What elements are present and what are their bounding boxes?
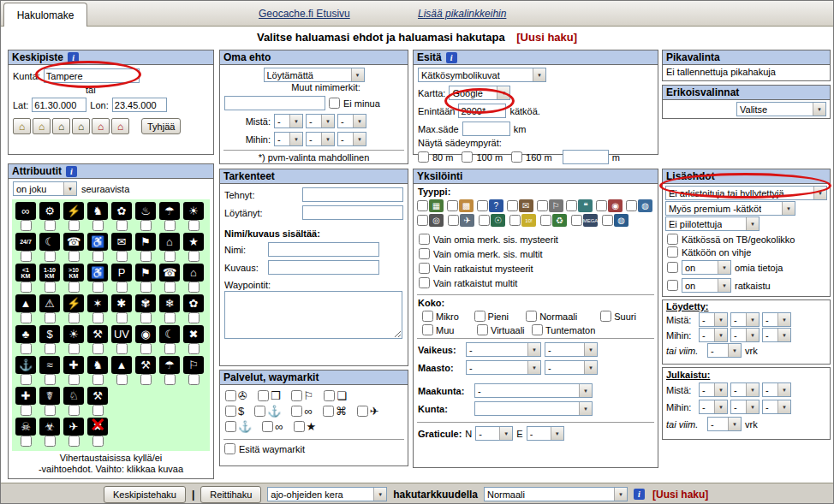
terrain-select-1[interactable]: - (466, 360, 541, 375)
size-checkbox[interactable] (422, 324, 433, 335)
date-part-select[interactable]: - (730, 382, 760, 397)
attribute-mode-select[interactable]: on joku (13, 181, 77, 196)
attribute-checkbox[interactable] (140, 251, 152, 262)
date-part-select[interactable]: - (274, 114, 303, 128)
new-search-link-bottom[interactable]: [Uusi haku] (652, 489, 708, 501)
attribute-checkbox[interactable] (188, 282, 200, 293)
attribute-checkbox[interactable] (164, 282, 176, 293)
loytanyt-input[interactable] (302, 205, 403, 220)
attribute-checkbox[interactable] (188, 343, 200, 354)
service-checkbox[interactable] (225, 421, 236, 432)
attribute-icon[interactable]: ⚡ (63, 202, 84, 220)
attribute-checkbox[interactable] (21, 343, 32, 354)
date-part-select[interactable]: - (730, 328, 760, 342)
size-checkbox[interactable] (600, 311, 611, 322)
date-part-select[interactable]: - (730, 312, 760, 327)
attribute-checkbox[interactable] (21, 251, 32, 262)
attribute-checkbox[interactable] (188, 220, 200, 231)
attribute-icon[interactable]: ✿ (183, 294, 204, 312)
service-checkbox[interactable] (323, 406, 334, 417)
cache-type-checkbox[interactable] (626, 200, 637, 211)
difficulty-select-2[interactable]: - (545, 342, 598, 357)
attribute-icon[interactable]: ⚡ (63, 294, 84, 312)
size-checkbox[interactable] (477, 324, 488, 335)
attribute-icon[interactable]: ✉ (111, 233, 132, 251)
cache-type-checkbox[interactable] (537, 200, 548, 211)
attribute-icon[interactable]: ✚ (15, 387, 36, 405)
attribute-checkbox[interactable] (140, 312, 152, 323)
attribute-checkbox[interactable] (164, 220, 176, 231)
attribute-checkbox[interactable] (45, 436, 56, 447)
date-part-select[interactable]: - (306, 114, 335, 128)
attribute-checkbox[interactable] (69, 282, 80, 293)
attribute-icon[interactable]: ∞ (15, 202, 36, 220)
attribute-checkbox[interactable] (164, 374, 176, 385)
info-icon[interactable]: i (634, 489, 645, 500)
attribute-icon[interactable]: ⚑ (135, 233, 156, 251)
lat-input[interactable] (32, 98, 86, 112)
attribute-icon[interactable]: ☠ (15, 418, 36, 436)
attribute-checkbox[interactable] (164, 251, 176, 262)
attribute-checkbox[interactable] (45, 374, 56, 385)
radius-160-checkbox[interactable] (511, 151, 522, 163)
size-checkbox[interactable] (532, 324, 543, 335)
attribute-icon[interactable]: ✱ (111, 294, 132, 312)
option-checkbox[interactable] (419, 248, 430, 259)
coordinate-helper-button[interactable]: ⌂ (72, 118, 90, 134)
attribute-icon[interactable]: ❄ (159, 294, 180, 312)
cache-type-checkbox[interactable] (448, 215, 459, 226)
attribute-checkbox[interactable] (92, 374, 104, 385)
quicklink-link[interactable]: Lisää pikalinkkeihin (418, 8, 506, 20)
service-checkbox[interactable] (225, 390, 236, 401)
attribute-checkbox[interactable] (45, 312, 56, 323)
attribute-checkbox[interactable] (116, 343, 128, 354)
date-part-select[interactable]: - (762, 312, 791, 327)
attribute-checkbox[interactable] (116, 374, 128, 385)
cache-type-checkbox[interactable] (507, 200, 518, 211)
attribute-checkbox[interactable] (69, 343, 80, 354)
attribute-checkbox[interactable] (164, 343, 176, 354)
cache-type-checkbox[interactable] (571, 215, 582, 226)
attribute-icon[interactable]: ⚠ (39, 294, 60, 312)
attribute-checkbox[interactable] (21, 220, 32, 231)
graticule-n-select[interactable]: - (475, 426, 513, 441)
cache-type-checkbox[interactable] (477, 200, 488, 211)
hidden-filter-select[interactable]: Ei piilotettuja (665, 216, 760, 231)
julkaistu-vrk-select[interactable]: - (707, 417, 742, 431)
attribute-icon[interactable]: ▲ (15, 294, 36, 312)
attribute-icon[interactable]: ♨ (135, 202, 156, 220)
service-checkbox[interactable] (291, 390, 302, 401)
archive-filter-select[interactable]: Ei arkistoituja tai hyllytettyjä (665, 186, 827, 200)
attribute-icon[interactable]: ⌂ (183, 264, 204, 282)
nicknames-input[interactable] (224, 96, 325, 110)
attribute-checkbox[interactable] (116, 220, 128, 231)
info-icon[interactable]: i (66, 166, 77, 177)
attribute-icon[interactable]: ★ (183, 233, 204, 251)
attribute-checkbox[interactable] (45, 251, 56, 262)
attribute-icon[interactable]: ♘ (63, 387, 84, 405)
coordinate-helper-button[interactable]: ⌂ (33, 118, 51, 134)
size-checkbox[interactable] (422, 311, 433, 322)
difficulty-select-1[interactable]: - (466, 342, 541, 357)
option-checkbox[interactable] (419, 277, 430, 288)
attribute-icon[interactable]: ☾ (159, 325, 180, 343)
attribute-icon[interactable]: ≈ (39, 356, 60, 374)
attribute-checkbox[interactable] (140, 282, 152, 293)
attribute-checkbox[interactable] (116, 312, 128, 323)
date-part-select[interactable]: - (306, 132, 335, 146)
home-link[interactable]: Geocache.fi Etusivu (259, 8, 350, 20)
custom-radius-input[interactable] (563, 150, 609, 164)
service-checkbox[interactable] (262, 421, 273, 432)
attribute-icon[interactable]: $ (39, 325, 60, 343)
keskipistehaku-button[interactable]: Keskipistehaku (104, 486, 186, 503)
nimi-input[interactable] (268, 242, 379, 257)
special-options-select[interactable]: Valitse (736, 102, 826, 116)
attribute-checkbox[interactable] (21, 282, 32, 293)
attribute-checkbox[interactable] (45, 282, 56, 293)
attribute-checkbox[interactable] (140, 374, 152, 385)
attribute-icon[interactable]: ▲ (111, 356, 132, 374)
attribute-icon[interactable]: ◉ (135, 325, 156, 343)
esita-waymarkit-checkbox[interactable] (224, 443, 235, 454)
attribute-checkbox[interactable] (69, 374, 80, 385)
attribute-checkbox[interactable] (188, 374, 200, 385)
